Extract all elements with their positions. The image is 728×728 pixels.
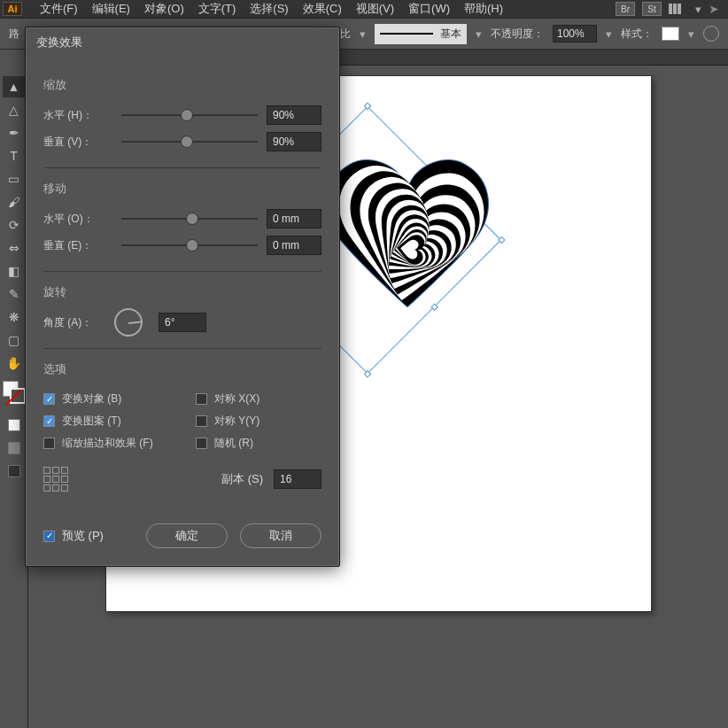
menu-text[interactable]: 文字(T) — [191, 0, 244, 19]
selection-type-label: 路 — [9, 27, 19, 42]
symbol-sprayer-tool[interactable]: ❋ — [3, 306, 26, 328]
direct-selection-tool[interactable]: △ — [3, 99, 26, 120]
recolor-artwork-icon[interactable] — [703, 26, 719, 42]
gpu-arrow-icon[interactable]: ➤ — [709, 2, 719, 16]
scale-strokes-checkbox[interactable]: 缩放描边和效果 (F) — [43, 436, 169, 451]
stock-icon[interactable]: St — [642, 2, 662, 16]
scale-vertical-slider[interactable] — [121, 133, 258, 151]
hand-tool[interactable]: ✋ — [3, 352, 26, 374]
menu-window[interactable]: 窗口(W) — [401, 0, 457, 19]
rotate-angle-input[interactable] — [159, 313, 206, 332]
shape-builder-tool[interactable]: ◧ — [3, 260, 26, 282]
transform-effect-dialog: 变换效果 缩放 水平 (H)： 垂直 (V)： 移动 水平 (O) — [25, 27, 340, 567]
transform-objects-checkbox[interactable]: 变换对象 (B) — [43, 391, 169, 407]
random-checkbox[interactable]: 随机 (R) — [196, 436, 321, 451]
scale-horizontal-label: 水平 (H)： — [43, 108, 112, 123]
paintbrush-tool[interactable]: 🖌 — [3, 191, 26, 213]
menu-file[interactable]: 文件(F) — [33, 0, 85, 19]
color-mode-normal[interactable] — [3, 414, 26, 436]
style-label: 样式： — [621, 27, 653, 42]
copies-input[interactable] — [274, 469, 321, 489]
angle-dial[interactable] — [114, 308, 143, 337]
chevron-down-icon[interactable]: ▾ — [360, 27, 366, 41]
menu-object[interactable]: 对象(O) — [137, 0, 191, 19]
rectangle-tool[interactable]: ▭ — [3, 168, 26, 190]
chevron-down-icon[interactable]: ▾ — [606, 27, 612, 41]
arrange-documents-icon[interactable] — [669, 2, 688, 16]
copies-label: 副本 (S) — [221, 471, 263, 487]
menu-help[interactable]: 帮助(H) — [457, 0, 510, 19]
type-tool[interactable]: T — [3, 145, 26, 167]
rotate-tool[interactable]: ⟳ — [3, 214, 26, 236]
chevron-down-icon[interactable]: ▾ — [695, 3, 701, 16]
transform-patterns-checkbox[interactable]: 变换图案 (T) — [43, 414, 169, 429]
move-horizontal-input[interactable] — [267, 209, 321, 228]
selection-tool[interactable]: ▲ — [3, 76, 26, 97]
opacity-input[interactable] — [553, 25, 597, 43]
scale-section-label: 缩放 — [43, 77, 321, 93]
move-vertical-input[interactable] — [267, 236, 321, 255]
move-horizontal-slider[interactable] — [121, 210, 258, 228]
ok-button[interactable]: 确定 — [146, 523, 228, 548]
options-section-label: 选项 — [43, 361, 321, 377]
preview-checkbox[interactable]: 预览 (P) — [43, 528, 104, 544]
reference-point-selector[interactable] — [43, 467, 68, 492]
scale-horizontal-input[interactable] — [267, 105, 321, 125]
scale-horizontal-slider[interactable] — [121, 106, 258, 124]
color-mode-gradient[interactable] — [3, 438, 26, 459]
cancel-button[interactable]: 取消 — [240, 523, 321, 548]
artboard-tool[interactable]: ▢ — [3, 329, 26, 351]
fill-stroke-control[interactable] — [3, 381, 26, 404]
opacity-label: 不透明度： — [491, 27, 544, 42]
pen-tool[interactable]: ✒ — [3, 122, 26, 143]
scale-vertical-input[interactable] — [267, 132, 321, 151]
menu-view[interactable]: 视图(V) — [349, 0, 401, 19]
width-tool[interactable]: ⇔ — [3, 237, 26, 259]
move-section-label: 移动 — [43, 181, 321, 197]
chevron-down-icon[interactable]: ▾ — [476, 27, 482, 41]
move-vertical-label: 垂直 (E)： — [43, 238, 112, 253]
menu-bar: Ai 文件(F) 编辑(E) 对象(O) 文字(T) 选择(S) 效果(C) 视… — [0, 0, 728, 18]
rotate-section-label: 旋转 — [43, 284, 321, 300]
scale-vertical-label: 垂直 (V)： — [43, 135, 112, 150]
rotate-angle-label: 角度 (A)： — [43, 315, 105, 330]
menu-effect[interactable]: 效果(C) — [296, 0, 349, 19]
graphic-style-swatch[interactable] — [662, 27, 679, 41]
menu-edit[interactable]: 编辑(E) — [85, 0, 137, 19]
screen-mode[interactable] — [3, 461, 26, 482]
move-horizontal-label: 水平 (O)： — [43, 212, 112, 227]
stroke-profile-dropdown[interactable]: 基本 — [375, 24, 467, 44]
eyedropper-tool[interactable]: ✎ — [3, 283, 26, 305]
menu-select[interactable]: 选择(S) — [243, 0, 295, 19]
chevron-down-icon[interactable]: ▾ — [688, 27, 694, 41]
dialog-title: 变换效果 — [26, 27, 339, 58]
move-vertical-slider[interactable] — [121, 236, 258, 254]
reflect-y-checkbox[interactable]: 对称 Y(Y) — [196, 414, 321, 429]
app-logo-icon: Ai — [3, 2, 22, 16]
reflect-x-checkbox[interactable]: 对称 X(X) — [196, 391, 321, 407]
bridge-icon[interactable]: Br — [616, 2, 635, 16]
